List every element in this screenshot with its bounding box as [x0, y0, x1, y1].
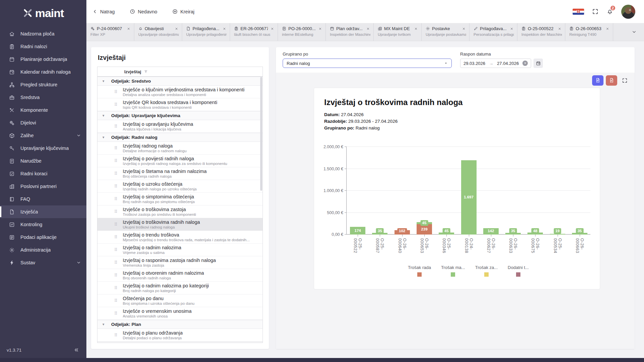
report-list-item[interactable]: ⠿Izvještaj o radnim nalozima po kategori…	[97, 282, 263, 294]
group-by-select[interactable]: Radni nalog	[283, 59, 452, 68]
report-list-item[interactable]: ⠿Izvještaj o uzroku oštećenjaIzvještaj r…	[97, 180, 263, 193]
tab-po-26-0000-[interactable]: PO-26-0000...interne BEstellung	[278, 23, 326, 41]
collapse-sidebar-icon[interactable]	[74, 347, 79, 353]
create-button[interactable]: Kreiraj	[172, 9, 195, 14]
close-icon[interactable]	[605, 26, 610, 31]
report-list-item[interactable]: ⠿Izvještaj o trendu troškovaMjesečni izv…	[97, 231, 263, 244]
report-section-row[interactable]: ▾Odjeljak: Plan	[97, 320, 263, 329]
report-list-item[interactable]: ⠿Izvještaj o rasponima zastoja radnih na…	[97, 256, 263, 269]
drag-handle-icon[interactable]: ⠿	[114, 248, 118, 252]
sidebar-item-kontroling[interactable]: Kontroling	[0, 218, 86, 231]
drag-handle-icon[interactable]: ⠿	[114, 102, 118, 107]
sidebar-item-radni-koraci[interactable]: Radni koraci	[0, 167, 86, 180]
drag-handle-icon[interactable]: ⠿	[114, 311, 118, 315]
close-icon[interactable]	[318, 26, 323, 31]
drag-handle-icon[interactable]: ⠿	[114, 260, 118, 265]
sidebar-item-nadzorna-ploca[interactable]: Nadzorna ploča	[0, 27, 86, 40]
close-icon[interactable]	[270, 26, 275, 31]
tab-prilago-ena-[interactable]: Prilagođena...Upravljanje prilagođenim	[182, 23, 230, 41]
fullscreen-icon[interactable]	[592, 8, 598, 15]
drag-handle-icon[interactable]: ⠿	[114, 222, 118, 227]
sidebar-item-pregled-strukture[interactable]: Pregled strukture	[0, 78, 86, 91]
report-list-item[interactable]: ⠿Izvještaj o troškovima radnih nalogaUku…	[97, 218, 263, 231]
drag-handle-icon[interactable]: ⠿	[114, 146, 118, 150]
drag-handle-icon[interactable]: ⠿	[114, 184, 118, 188]
report-section-row[interactable]: ▾Odjeljak: Sredstvo	[97, 77, 263, 86]
drag-handle-icon[interactable]: ⠿	[114, 197, 118, 201]
sidebar-item-faq[interactable]: FAQ	[0, 193, 86, 205]
sidebar-item-sredstva[interactable]: Sredstva	[0, 91, 86, 104]
tab-plan-odr-av-[interactable]: Plan održav...Inspektion der Maschine	[326, 23, 374, 41]
export-file-button[interactable]	[592, 75, 603, 86]
legend-item[interactable]: Trošak za...	[475, 265, 498, 277]
sidebar-item-planiranje-odrzavanja[interactable]: Planiranje održavanja	[0, 53, 86, 66]
collapse-triangle-icon[interactable]: ▾	[102, 322, 111, 327]
sidebar-item-sustav[interactable]: Sustav	[0, 256, 86, 269]
legend-item[interactable]: Trošak ma...	[441, 265, 465, 277]
drag-handle-icon[interactable]: ⠿	[114, 171, 118, 176]
sidebar-item-poslovni-partneri[interactable]: Poslovni partneri	[0, 180, 86, 193]
report-list-item[interactable]: ⠿Izvješće o ključnim vrijednostima sreds…	[97, 86, 263, 98]
tab-p-24-000607[interactable]: P-24-000607Filter XP	[86, 23, 134, 41]
drag-handle-icon[interactable]: ⠿	[114, 90, 118, 94]
sidebar-item-komponente[interactable]: Komponente	[0, 104, 86, 116]
export-pdf-button[interactable]	[606, 75, 617, 86]
report-list-item[interactable]: ⠿Izvještaj o štetama na radnim nalozimaB…	[97, 167, 263, 180]
calendar-picker-button[interactable]	[533, 59, 543, 68]
tab-mx-maint-de[interactable]: MX Maint DEUpravljanje tvrtkom	[374, 23, 422, 41]
sidebar-item-narudzbe[interactable]: Narudžbe	[0, 155, 86, 167]
notifications-bell[interactable]: 2	[606, 8, 613, 15]
report-section-row[interactable]: ▾Odjeljak: Upravljanje ključevima	[97, 111, 263, 120]
report-list-item[interactable]: ⠿Izvještaj radnog nalogaDetaljne informa…	[97, 142, 263, 155]
tab-obavijesti[interactable]: ObavijestiUpravljanje obavijestima	[134, 23, 182, 41]
collapse-triangle-icon[interactable]: ▾	[102, 79, 111, 83]
date-range-input[interactable]: 29.03.2026 → 27.04.2026 ✕	[460, 59, 531, 68]
close-icon[interactable]	[174, 26, 179, 31]
collapse-triangle-icon[interactable]: ▾	[102, 113, 111, 118]
user-avatar[interactable]	[621, 5, 635, 19]
report-list-item[interactable]: ⠿Izvještaj o upravljanju ključevimaAnali…	[97, 120, 263, 133]
legend-item[interactable]: Trošak rada	[408, 265, 431, 277]
report-list-item[interactable]: ⠿Izvješće o vremenskim unosimaAnaliza vr…	[97, 307, 263, 320]
sidebar-item-izvjesca[interactable]: Izvješća	[0, 205, 86, 218]
drag-handle-icon[interactable]: ⠿	[114, 333, 118, 337]
tab-postavke[interactable]: PostavkeUpravljanje postavkama	[422, 23, 470, 41]
report-list-item[interactable]: ⠿Oštećenja po danuBroj simptoma i uzroka…	[97, 294, 263, 307]
sidebar-item-dijelovi[interactable]: Dijelovi	[0, 116, 86, 129]
drag-handle-icon[interactable]: ⠿	[114, 124, 118, 128]
drag-handle-icon[interactable]: ⠿	[114, 235, 118, 239]
close-icon[interactable]	[126, 26, 131, 31]
report-section-row[interactable]: ▾Odjeljak: Radni nalog	[97, 133, 263, 142]
legend-item[interactable]: Dodatni t...	[508, 265, 529, 277]
recent-button[interactable]: Nedavno	[130, 9, 157, 14]
report-list-item[interactable]: ⠿Izvještaj o povijesti radnih nalogaIzvj…	[97, 155, 263, 167]
close-icon[interactable]	[557, 26, 562, 31]
close-icon[interactable]	[222, 26, 227, 31]
report-list-item[interactable]: ⠿Izvještaj o simptomima oštećenjaBroj ra…	[97, 193, 263, 205]
sidebar-item-zalihe[interactable]: Zalihe	[0, 129, 86, 142]
reports-scrollbar-thumb[interactable]	[260, 77, 262, 191]
sidebar-item-podaci-aplikacije[interactable]: Podaci aplikacije	[0, 231, 86, 244]
close-icon[interactable]	[509, 26, 514, 31]
clear-date-icon[interactable]: ✕	[522, 61, 528, 66]
sidebar-item-upravljanje-kljucevima[interactable]: Upravljanje ključevima	[0, 142, 86, 155]
tab-o-26-000653[interactable]: O-26-000653Reinigung T490	[565, 23, 613, 41]
more-tabs-chevron-icon[interactable]	[624, 29, 644, 34]
drag-handle-icon[interactable]: ⠿	[114, 286, 118, 290]
close-icon[interactable]	[414, 26, 418, 31]
report-list-item[interactable]: ⠿Izvještaj o radnim nalozimaVrijeme zast…	[97, 244, 263, 256]
sidebar-item-kalendar-radnih-naloga[interactable]: Kalendar radnih naloga	[0, 66, 86, 78]
report-section-row[interactable]: ▾Odjeljak: Zalihe	[97, 342, 263, 343]
language-flag-croatia[interactable]	[573, 9, 584, 15]
close-icon[interactable]	[366, 26, 370, 31]
report-list-item[interactable]: ⠿Izvješće QR kodova sredstava i komponen…	[97, 98, 263, 111]
collapse-triangle-icon[interactable]: ▾	[102, 135, 111, 140]
tab-prilago-ava-[interactable]: Prilagođava...Personalizacija s prilagod…	[470, 23, 517, 41]
drag-handle-icon[interactable]: ⠿	[114, 159, 118, 163]
back-button[interactable]: Natrag	[92, 9, 115, 14]
drag-handle-icon[interactable]: ⠿	[114, 209, 118, 214]
close-icon[interactable]	[461, 26, 466, 31]
filter-funnel-icon[interactable]	[144, 70, 148, 74]
sidebar-item-administracija[interactable]: Administracija	[0, 244, 86, 256]
tab-o-25-000522[interactable]: O-25-000522Inspektion der Maschine	[517, 23, 565, 41]
